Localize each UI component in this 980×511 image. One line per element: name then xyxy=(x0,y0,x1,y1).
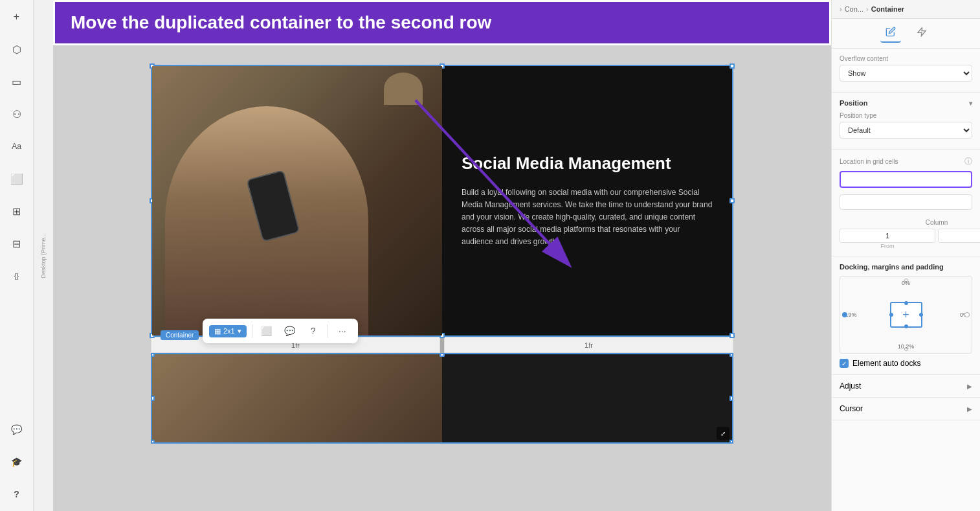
docking-label: Docking, margins and padding xyxy=(840,263,944,271)
breadcrumb-item-1[interactable]: Con... xyxy=(845,5,863,13)
position-chevron[interactable]: ▾ xyxy=(969,100,972,107)
selection-handle-br[interactable] xyxy=(729,333,735,338)
chat-tool-button[interactable]: 💬 xyxy=(281,322,299,340)
sidebar-chat-icon[interactable]: 💬 xyxy=(6,419,27,440)
grid-cells-row: Column From To Row | Fr xyxy=(840,219,972,249)
left-dock-indicator xyxy=(842,312,847,317)
sidebar-images-icon[interactable]: ⬜ xyxy=(6,168,27,189)
adjust-chevron: ▶ xyxy=(967,383,972,390)
expand-icon[interactable]: ⤢ xyxy=(717,427,729,440)
grid-location-label: Location in grid cells xyxy=(840,158,898,165)
cursor-section: Cursor ▶ xyxy=(832,398,980,420)
grid-layout-button[interactable]: ▦ 2x1 ▾ xyxy=(209,325,247,337)
toolbar-divider-1 xyxy=(252,324,252,337)
page-canvas-container: Social Media Management Build a loyal fo… xyxy=(151,65,733,444)
sidebar-table-icon[interactable]: ⊟ xyxy=(6,233,27,254)
bottom-handle-tm[interactable] xyxy=(440,353,445,357)
social-media-description: Build a loyal following on social media … xyxy=(462,187,713,249)
bottom-handle-br[interactable] xyxy=(729,440,733,444)
selection-handle-mr[interactable] xyxy=(729,198,735,203)
grid-btn-label: 2x1 xyxy=(223,327,235,335)
column-from-label: From xyxy=(840,243,935,249)
selection-handle-tr[interactable] xyxy=(729,63,735,69)
left-dock-dot xyxy=(842,312,847,317)
cursor-label: Cursor xyxy=(840,404,863,413)
dock-dot-left[interactable] xyxy=(889,313,893,317)
element-auto-docks: ✓ Element auto docks xyxy=(840,359,972,368)
docking-visual: 0% 10.2% 1.9% 0% + xyxy=(840,276,972,354)
position-title: Position ▾ xyxy=(840,99,972,107)
column-from-to-labels: From To xyxy=(840,243,980,249)
breadcrumb: › Con... › Container xyxy=(840,5,904,13)
auto-docks-checkbox[interactable]: ✓ xyxy=(840,359,849,368)
frame-tool-button[interactable]: ⬜ xyxy=(258,322,276,340)
docking-center[interactable]: + xyxy=(890,302,922,328)
auto-docks-label: Element auto docks xyxy=(852,359,920,368)
page-top-section[interactable]: Social Media Management Build a loyal fo… xyxy=(151,65,733,337)
sidebar-code-icon[interactable]: {} xyxy=(6,266,27,286)
position-type-label: Position type xyxy=(840,112,972,119)
bottom-handle-tr[interactable] xyxy=(729,353,733,357)
dock-dot-top[interactable] xyxy=(904,301,908,305)
breadcrumb-item-2: Container xyxy=(871,5,904,13)
grid-icon: ▦ xyxy=(214,327,221,335)
column-to-label: To xyxy=(938,243,980,249)
grid-location-input[interactable] xyxy=(840,171,972,188)
docking-bottom-val: 10.2% xyxy=(898,343,915,350)
instruction-banner: Move the duplicated container to the sec… xyxy=(53,0,831,45)
column-label: Column xyxy=(840,219,980,226)
canvas-area[interactable]: Move the duplicated container to the sec… xyxy=(53,0,831,511)
position-type-select[interactable]: Default xyxy=(840,122,972,139)
docking-title: Docking, margins and padding xyxy=(840,263,972,271)
pencil-icon xyxy=(885,27,896,37)
column-to-input[interactable] xyxy=(938,229,980,243)
page-canvas: Social Media Management Build a loyal fo… xyxy=(151,65,733,444)
social-media-title: Social Media Management xyxy=(462,153,713,174)
column-group: Column From To xyxy=(840,219,980,249)
bottom-handle-mr[interactable] xyxy=(729,396,733,401)
cursor-collapsible[interactable]: Cursor ▶ xyxy=(840,404,972,413)
container-badge: Container xyxy=(161,330,199,340)
sidebar-blocks-icon[interactable]: ⊞ xyxy=(6,201,27,221)
adjust-section: Adjust ▶ xyxy=(832,375,980,398)
adjust-collapsible[interactable]: Adjust ▶ xyxy=(840,381,972,391)
left-sidebar: + ⬡ ▭ ⚇ Aa ⬜ ⊞ ⊟ {} 💬 🎓 ? xyxy=(0,0,34,511)
tab-interactions[interactable] xyxy=(911,24,932,43)
bottom-handle-tl[interactable] xyxy=(151,353,155,357)
column-inputs xyxy=(840,229,980,243)
column-from-input[interactable] xyxy=(840,229,935,243)
more-options-button[interactable]: ··· xyxy=(333,322,351,340)
help-tool-button[interactable]: ? xyxy=(304,322,322,340)
page-left-image xyxy=(152,66,442,335)
grid-location-info-icon[interactable]: ⓘ xyxy=(964,156,972,167)
grid-dropdown-icon: ▾ xyxy=(238,327,241,335)
dock-dot-bottom[interactable] xyxy=(904,324,908,328)
breadcrumb-sep: › xyxy=(866,5,869,13)
sidebar-components-icon[interactable]: ⚇ xyxy=(6,104,27,124)
sidebar-pages-icon[interactable]: ▭ xyxy=(6,71,27,92)
canvas-wrapper: Desktop (Prime... Move the duplicated co… xyxy=(34,0,831,511)
tab-style[interactable] xyxy=(880,24,901,43)
sidebar-learn-icon[interactable]: 🎓 xyxy=(6,451,27,472)
canvas-label: Desktop (Prime... xyxy=(40,233,47,278)
bottom-handle-bl[interactable] xyxy=(151,440,155,444)
sidebar-fonts-icon[interactable]: Aa xyxy=(6,136,27,157)
dock-dot-right[interactable] xyxy=(919,313,923,317)
docking-plus-icon[interactable]: + xyxy=(902,308,909,322)
overflow-select[interactable]: Show xyxy=(840,65,972,82)
panel-tabs xyxy=(832,19,980,49)
grid-location-input-2[interactable] xyxy=(840,194,972,210)
page-bottom-section[interactable]: ⤢ xyxy=(151,353,733,444)
grid-location-header: Location in grid cells ⓘ xyxy=(840,156,972,167)
breadcrumb-back: › xyxy=(840,5,842,13)
docking-top-val: 0% xyxy=(902,280,910,286)
basket-shape xyxy=(384,73,423,105)
sidebar-add-icon[interactable]: + xyxy=(6,6,27,27)
grid-location-section: Location in grid cells ⓘ Column From To … xyxy=(832,150,980,256)
bottom-handle-ml[interactable] xyxy=(151,396,155,401)
sidebar-help-icon[interactable]: ? xyxy=(6,484,27,505)
sidebar-layers-icon[interactable]: ⬡ xyxy=(6,39,27,60)
container-badge-label: Container xyxy=(166,332,194,339)
position-label: Position xyxy=(840,99,867,107)
page-right-content: Social Media Management Build a loyal fo… xyxy=(442,66,732,335)
